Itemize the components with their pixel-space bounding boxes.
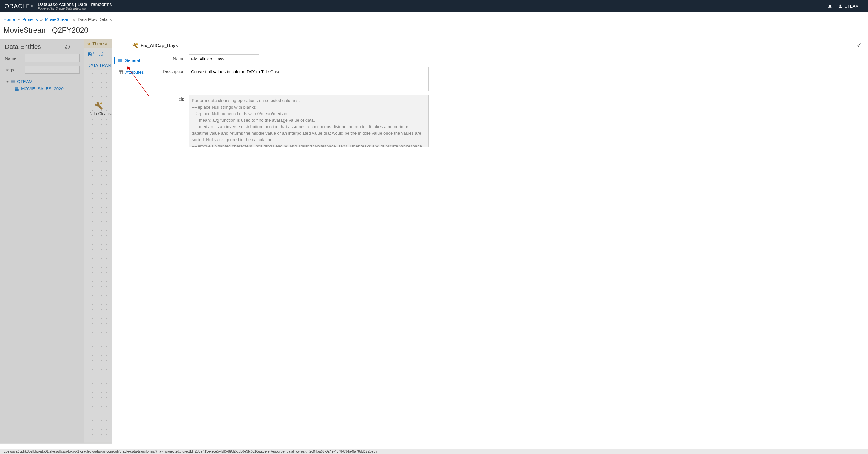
panel-actions xyxy=(65,44,80,50)
user-icon xyxy=(838,4,842,8)
svg-rect-3 xyxy=(11,81,15,82)
registered-mark: ® xyxy=(31,5,33,8)
name-filter-label: Name xyxy=(5,56,22,61)
expand-icon xyxy=(98,52,103,56)
header-left: ORACLE® Database Actions | Data Transfor… xyxy=(5,2,112,10)
warning-bar: There ar xyxy=(85,39,112,48)
tags-filter-row: Tags xyxy=(0,64,84,75)
header-right: QTEAM xyxy=(828,4,863,8)
schema-icon xyxy=(11,79,15,84)
tab-attributes-label: Attributes xyxy=(125,70,144,74)
tree-schema-node[interactable]: QTEAM xyxy=(3,78,81,85)
help-field-label: Help xyxy=(158,95,184,147)
general-tab-icon xyxy=(118,58,122,63)
collapse-icon[interactable] xyxy=(857,43,862,48)
svg-rect-17 xyxy=(119,70,123,74)
svg-rect-5 xyxy=(15,87,19,91)
logo-text: ORACLE xyxy=(5,3,30,9)
svg-point-13 xyxy=(100,102,102,104)
design-canvas[interactable]: Data Cleanse xyxy=(85,70,112,443)
expand-triangle-icon xyxy=(6,80,9,83)
name-field-input[interactable] xyxy=(188,54,259,63)
svg-rect-2 xyxy=(11,80,15,81)
oracle-logo: ORACLE® xyxy=(5,3,33,9)
name-field-label: Name xyxy=(158,54,184,63)
svg-line-22 xyxy=(860,43,861,45)
notifications-icon[interactable] xyxy=(828,4,832,8)
main-content: Data Entities Name Tags QTEAM MOVIE_SALE… xyxy=(0,39,868,444)
app-subtitle: Powered by Oracle Data Integrator xyxy=(38,7,112,10)
properties-body: Fix_AllCap_Days Name Description Help Pe… xyxy=(153,43,862,440)
app-header: ORACLE® Database Actions | Data Transfor… xyxy=(0,0,868,12)
tab-general-label: General xyxy=(125,58,140,63)
component-label: Data Cleanse xyxy=(89,111,109,116)
canvas-grid xyxy=(85,70,112,443)
properties-panel: General Attributes Fix_AllCap_Days Name … xyxy=(112,39,868,444)
breadcrumb-sep: » xyxy=(73,17,75,22)
properties-tabs: General Attributes xyxy=(115,43,153,440)
tree-table-node[interactable]: MOVIE_SALES_2020 xyxy=(3,85,81,92)
breadcrumb-sep: » xyxy=(17,17,20,22)
svg-point-21 xyxy=(136,43,137,45)
data-cleanse-icon xyxy=(95,102,103,110)
tab-general[interactable]: General xyxy=(114,57,153,64)
unsaved-indicator: * xyxy=(93,52,94,57)
properties-title-row: Fix_AllCap_Days xyxy=(132,43,862,49)
table-icon xyxy=(15,87,19,91)
page-title: MovieStream_Q2FY2020 xyxy=(0,23,868,39)
description-field-label: Description xyxy=(158,67,184,91)
properties-title: Fix_AllCap_Days xyxy=(141,43,178,48)
canvas-panel: There ar * DATA TRAN Data Cleanse xyxy=(85,39,112,444)
panel-header: Data Entities xyxy=(0,39,84,52)
tree-table-label: MOVIE_SALES_2020 xyxy=(21,86,64,91)
fullscreen-button[interactable] xyxy=(98,52,103,57)
breadcrumb-home[interactable]: Home xyxy=(3,17,15,22)
canvas-toolbar: * xyxy=(85,48,112,60)
breadcrumb-project-name[interactable]: MovieStream xyxy=(45,17,70,22)
tags-filter-label: Tags xyxy=(5,67,22,72)
data-entities-panel: Data Entities Name Tags QTEAM MOVIE_SALE… xyxy=(0,39,85,444)
panel-title: Data Entities xyxy=(5,43,41,51)
cleanse-title-icon xyxy=(132,43,138,49)
breadcrumb: Home » Projects » MovieStream » Data Flo… xyxy=(0,12,868,23)
tab-attributes[interactable]: Attributes xyxy=(115,68,153,76)
warning-text: There ar xyxy=(92,41,109,46)
save-icon xyxy=(87,52,92,57)
help-text-box[interactable]: Perform data cleansing operations on sel… xyxy=(188,95,429,147)
save-button[interactable]: * xyxy=(87,52,94,57)
user-name: QTEAM xyxy=(844,4,859,8)
name-filter-row: Name xyxy=(0,52,84,64)
help-field-row: Help Perform data cleansing operations o… xyxy=(158,95,862,147)
breadcrumb-current: Data Flow Details xyxy=(78,17,112,22)
breadcrumb-projects[interactable]: Projects xyxy=(22,17,38,22)
chevron-down-icon xyxy=(861,5,863,7)
refresh-icon[interactable] xyxy=(65,44,70,50)
entity-tree: QTEAM MOVIE_SALES_2020 xyxy=(0,75,84,95)
modal-dim-overlay xyxy=(0,39,84,443)
add-icon[interactable] xyxy=(74,44,80,50)
description-field-row: Description xyxy=(158,67,862,91)
svg-rect-4 xyxy=(11,83,15,83)
attributes-tab-icon xyxy=(119,70,123,74)
svg-line-23 xyxy=(857,46,859,48)
user-menu[interactable]: QTEAM xyxy=(838,4,863,8)
svg-rect-14 xyxy=(118,59,122,62)
description-field-input[interactable] xyxy=(188,67,429,91)
canvas-tab[interactable]: DATA TRAN xyxy=(85,60,112,70)
component-data-cleanse[interactable]: Data Cleanse xyxy=(89,102,109,116)
app-title-block: Database Actions | Data Transforms Power… xyxy=(38,2,112,10)
name-field-row: Name xyxy=(158,54,862,63)
name-filter-input[interactable] xyxy=(25,54,80,62)
warning-icon xyxy=(87,41,90,46)
tags-filter-input[interactable] xyxy=(25,66,80,74)
tree-schema-label: QTEAM xyxy=(17,79,32,84)
breadcrumb-sep: » xyxy=(40,17,42,22)
